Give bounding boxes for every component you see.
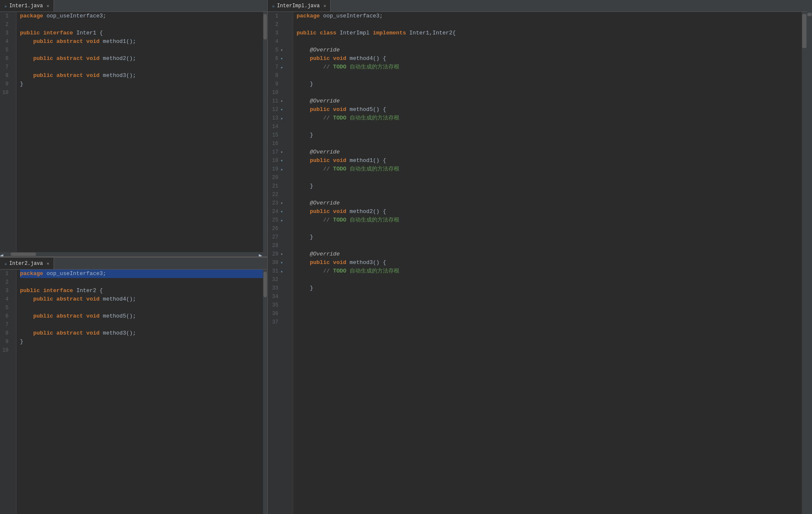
inter1-line-9: } [20, 80, 263, 88]
impl-code-12: public void method5() { [297, 105, 802, 114]
inter1-hscroll-track[interactable] [8, 253, 259, 256]
impl-ln-37: 37 [268, 318, 293, 327]
inter1-scrollbar[interactable] [263, 12, 267, 252]
inter1-code-content[interactable]: package oop_useInterface3; public interf… [17, 12, 263, 252]
tab-inter2[interactable]: ☕ Inter2.java ✕ [0, 258, 54, 269]
inter2-line-3: public interface Inter2 { [20, 287, 263, 295]
inter2-line-1: package oop_useInterface3; [20, 270, 263, 278]
tab-interimpl[interactable]: ☕ InterImpl.java ✕ [268, 0, 331, 11]
tab-interimpl-close[interactable]: ✕ [323, 3, 326, 9]
far-right-top [807, 0, 812, 12]
ln-3: 3 [0, 29, 16, 37]
impl-ln-5: 5▾ [268, 46, 293, 54]
impl-ln-10: 10 [268, 88, 293, 97]
java-icon-impl: ☕ [272, 3, 275, 9]
impl-ln-11: 11▾ [268, 97, 293, 105]
impl-code-7: // TODO 自动生成的方法存根 [297, 63, 802, 71]
inter2-line-10 [20, 346, 263, 355]
impl-code-20 [297, 173, 802, 182]
impl-code-33: } [297, 284, 802, 292]
ln2-6: 6 [0, 312, 16, 321]
inter1-scrollbar-thumb[interactable] [263, 14, 267, 40]
impl-ln-6: 6▾ [268, 54, 293, 63]
impl-code-34 [297, 292, 802, 301]
interimpl-code-content[interactable]: package oop_useInterface3; public class … [293, 12, 802, 514]
inter1-line-8: public abstract void method3(); [20, 71, 263, 80]
impl-code-4 [297, 37, 802, 46]
left-panel: ☕ Inter1.java ✕ 1 2 3 4 5 6 7 8 9 10 [0, 0, 268, 514]
impl-ln-23: 23▾ [268, 199, 293, 207]
inter2-scrollbar-thumb[interactable] [263, 272, 267, 297]
impl-code-36 [297, 310, 802, 318]
ln2-8: 8 [0, 329, 16, 338]
tab-interimpl-label: InterImpl.java [277, 3, 320, 9]
inter2-code-content[interactable]: package oop_useInterface3; public interf… [17, 270, 263, 514]
inter2-code-editor[interactable]: 1 2 3 4 5 6 7 8 9 10 package oop_useInte… [0, 270, 267, 514]
impl-code-11: @Override [297, 97, 802, 105]
ln-10: 10 [0, 88, 16, 97]
inter1-line-7 [20, 63, 263, 71]
inter1-line-numbers: 1 2 3 4 5 6 7 8 9 10 [0, 12, 17, 252]
far-right-thumb[interactable] [807, 13, 812, 16]
impl-code-18: public void method1() { [297, 156, 802, 165]
ln2-2: 2 [0, 278, 16, 287]
java-icon: ☕ [4, 3, 7, 9]
ln2-9: 9 [0, 338, 16, 346]
tab-inter2-close[interactable]: ✕ [47, 261, 49, 266]
inter1-hscroll[interactable]: ◀ ▶ [0, 252, 267, 256]
impl-code-16 [297, 139, 802, 148]
impl-code-35 [297, 301, 802, 310]
impl-ln-32: 32 [268, 275, 293, 284]
impl-code-27: } [297, 233, 802, 241]
inter1-line-2 [20, 20, 263, 29]
impl-code-15: } [297, 131, 802, 139]
inter2-line-2 [20, 278, 263, 287]
tab-inter1[interactable]: ☕ Inter1.java ✕ [0, 0, 54, 11]
hscroll-right-btn[interactable]: ▶ [259, 252, 267, 256]
impl-code-37 [297, 318, 802, 327]
inter2-editor: ☕ Inter2.java ✕ 1 2 3 4 5 6 7 8 9 10 [0, 256, 267, 514]
interimpl-scrollbar-thumb[interactable] [802, 14, 806, 48]
inter1-hscroll-thumb[interactable] [11, 253, 36, 256]
impl-ln-9: 9 [268, 80, 293, 88]
hscroll-left-btn[interactable]: ◀ [0, 252, 8, 256]
ln-4: 4 [0, 37, 16, 46]
impl-ln-13: 13▴ [268, 114, 293, 122]
inter1-line-4: public abstract void method1(); [20, 37, 263, 46]
impl-code-2 [297, 20, 802, 29]
interimpl-code-editor[interactable]: 1 2 3 4 5▾ 6▾ 7▴ 8 9 10 11▾ 12▾ 13▴ 14 1… [268, 12, 807, 514]
impl-code-26 [297, 224, 802, 233]
inter2-line-4: public abstract void method4(); [20, 295, 263, 304]
impl-ln-31: 31▴ [268, 267, 293, 275]
impl-ln-20: 20 [268, 173, 293, 182]
impl-code-3: public class InterImpl implements Inter1… [297, 29, 802, 37]
tab-inter1-close[interactable]: ✕ [47, 3, 49, 9]
interimpl-scrollbar[interactable] [802, 12, 807, 514]
impl-ln-17: 17▾ [268, 148, 293, 156]
impl-code-30: public void method3() { [297, 258, 802, 267]
interimpl-panel: ☕ InterImpl.java ✕ 1 2 3 4 5▾ 6▾ 7▴ 8 9 … [268, 0, 807, 514]
impl-ln-4: 4 [268, 37, 293, 46]
impl-ln-24: 24▾ [268, 207, 293, 216]
impl-ln-8: 8 [268, 71, 293, 80]
ln-6: 6 [0, 54, 16, 63]
far-right-body [807, 12, 812, 514]
impl-ln-18: 18▾ [268, 156, 293, 165]
ln2-7: 7 [0, 321, 16, 329]
inter1-code-editor[interactable]: 1 2 3 4 5 6 7 8 9 10 package oop_useInte… [0, 12, 267, 252]
inter2-line-8: public abstract void method3(); [20, 329, 263, 338]
impl-code-32 [297, 275, 802, 284]
impl-ln-14: 14 [268, 122, 293, 131]
impl-ln-35: 35 [268, 301, 293, 310]
inter2-scrollbar[interactable] [263, 270, 267, 514]
impl-ln-22: 22 [268, 190, 293, 199]
ln2-1: 1 [0, 270, 16, 278]
interimpl-tab-bar: ☕ InterImpl.java ✕ [268, 0, 807, 12]
inter2-line-7 [20, 321, 263, 329]
ln-5: 5 [0, 46, 16, 54]
impl-ln-29: 29▾ [268, 250, 293, 258]
impl-ln-19: 19▴ [268, 165, 293, 173]
impl-code-29: @Override [297, 250, 802, 258]
impl-ln-3: 3 [268, 29, 293, 37]
inter1-line-1: package oop_useInterface3; [20, 12, 263, 20]
